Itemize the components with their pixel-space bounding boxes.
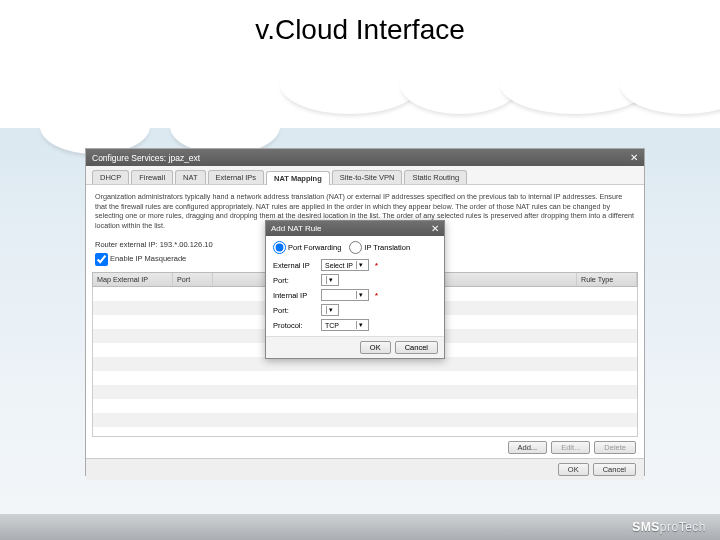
tab-dhcp[interactable]: DHCP — [92, 170, 129, 184]
brand-bar: SMSproTech — [0, 514, 720, 540]
external-ip-label: External IP — [273, 261, 317, 270]
col-port[interactable]: Port — [173, 273, 213, 286]
brand-logo: SMSproTech — [632, 520, 706, 534]
chevron-down-icon: ▾ — [356, 321, 365, 329]
cancel-button[interactable]: Cancel — [593, 463, 636, 476]
masquerade-checkbox-row[interactable]: Enable IP Masquerade — [95, 254, 186, 263]
external-port-label: Port: — [273, 276, 317, 285]
external-port-select[interactable]: ▾ — [321, 274, 339, 286]
masquerade-label: Enable IP Masquerade — [110, 254, 186, 263]
brand-light: proTech — [660, 520, 706, 534]
window-title: Configure Services: jpaz_ext — [92, 153, 200, 163]
ok-button[interactable]: OK — [558, 463, 589, 476]
protocol-value: TCP — [325, 322, 339, 329]
delete-rule-button[interactable]: Delete — [594, 441, 636, 454]
chevron-down-icon: ▾ — [326, 276, 335, 284]
window-footer: OK Cancel — [86, 458, 644, 480]
add-nat-rule-dialog: Add NAT Rule ✕ Port Forwarding IP Transl… — [265, 220, 445, 359]
window-titlebar: Configure Services: jpaz_ext ✕ — [86, 149, 644, 166]
radio-ip-translation-input[interactable] — [349, 241, 362, 254]
page-title: v.Cloud Interface — [0, 0, 720, 52]
radio-port-label: Port Forwarding — [288, 243, 341, 252]
tab-external-ips[interactable]: External IPs — [208, 170, 264, 184]
radio-port-forwarding[interactable]: Port Forwarding — [273, 241, 341, 254]
required-icon: * — [375, 291, 378, 300]
modal-close-icon[interactable]: ✕ — [431, 223, 439, 234]
add-rule-button[interactable]: Add... — [508, 441, 548, 454]
modal-cancel-button[interactable]: Cancel — [395, 341, 438, 354]
modal-title: Add NAT Rule — [271, 224, 321, 233]
protocol-select[interactable]: TCP ▾ — [321, 319, 369, 331]
edit-rule-button[interactable]: Edit... — [551, 441, 590, 454]
internal-port-select[interactable]: ▾ — [321, 304, 339, 316]
tab-nat-mapping[interactable]: NAT Mapping — [266, 171, 330, 185]
close-icon[interactable]: ✕ — [630, 152, 638, 163]
chevron-down-icon: ▾ — [356, 261, 365, 269]
col-rule-type[interactable]: Rule Type — [577, 273, 637, 286]
internal-ip-label: Internal IP — [273, 291, 317, 300]
router-ip-value: 193.*.00.126.10 — [160, 240, 213, 249]
masquerade-checkbox[interactable] — [95, 253, 108, 266]
external-ip-select[interactable]: Select IP ▾ — [321, 259, 369, 271]
internal-port-label: Port: — [273, 306, 317, 315]
modal-footer: OK Cancel — [266, 336, 444, 358]
protocol-label: Protocol: — [273, 321, 317, 330]
external-ip-value: Select IP — [325, 262, 353, 269]
chevron-down-icon: ▾ — [356, 291, 365, 299]
tab-static-routing[interactable]: Static Routing — [404, 170, 467, 184]
col-external-ip[interactable]: Map External IP — [93, 273, 173, 286]
tab-site-vpn[interactable]: Site-to-Site VPN — [332, 170, 403, 184]
brand-bold: SMS — [632, 520, 660, 534]
radio-port-forwarding-input[interactable] — [273, 241, 286, 254]
tab-nat[interactable]: NAT — [175, 170, 205, 184]
tab-firewall[interactable]: Firewall — [131, 170, 173, 184]
modal-ok-button[interactable]: OK — [360, 341, 391, 354]
tab-bar: DHCP Firewall NAT External IPs NAT Mappi… — [86, 166, 644, 185]
required-icon: * — [375, 261, 378, 270]
rules-table-buttons: Add... Edit... Delete — [86, 437, 644, 458]
internal-ip-select[interactable]: ▾ — [321, 289, 369, 301]
radio-ip-label: IP Translation — [364, 243, 410, 252]
radio-ip-translation[interactable]: IP Translation — [349, 241, 410, 254]
modal-titlebar: Add NAT Rule ✕ — [266, 221, 444, 236]
chevron-down-icon: ▾ — [326, 306, 335, 314]
router-ip-label: Router external IP: — [95, 240, 158, 249]
